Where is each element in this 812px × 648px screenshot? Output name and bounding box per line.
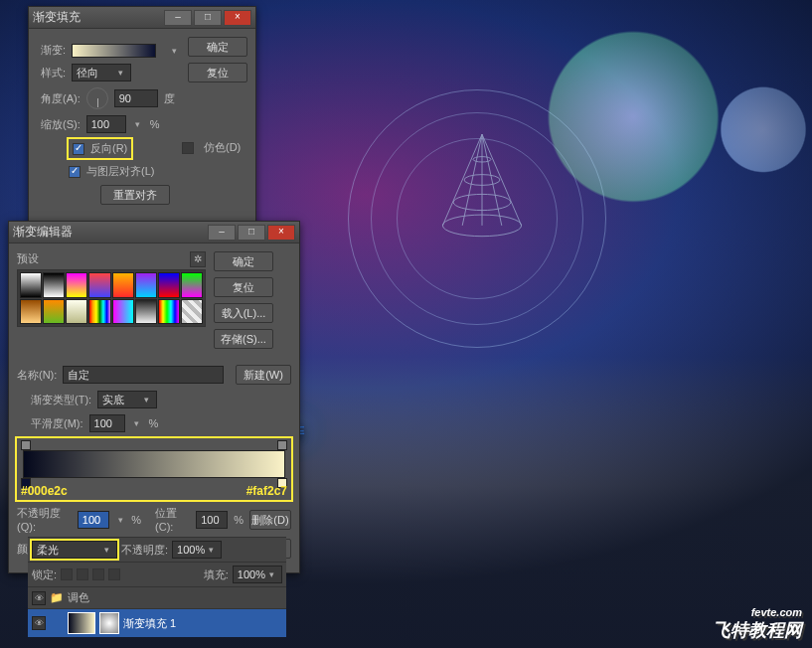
preset-swatch[interactable] — [135, 272, 157, 298]
preset-swatch[interactable] — [66, 272, 87, 298]
preset-swatch[interactable] — [88, 299, 110, 325]
layer-opacity-dropdown[interactable]: 100%▾ — [172, 541, 222, 559]
reset-align-button[interactable]: 重置对齐 — [100, 185, 170, 205]
stop-pos-pct: % — [234, 514, 244, 526]
maximize-button[interactable]: □ — [194, 10, 222, 26]
layer-row-group[interactable]: 👁 📁 调色 — [28, 586, 286, 608]
layer-name[interactable]: 调色 — [68, 590, 89, 605]
style-dropdown[interactable]: 径向▾ — [72, 64, 131, 81]
gradient-editor-titlebar[interactable]: 渐变编辑器 – □ × — [9, 222, 299, 243]
gradient-label: 渐变: — [41, 43, 66, 58]
gradient-editor-dialog: 渐变编辑器 – □ × 预设 ✲ 确定 复位 载入(L)... 存储(S)...… — [8, 221, 300, 573]
layer-name[interactable]: 渐变填充 1 — [123, 616, 176, 631]
preset-swatch[interactable] — [181, 299, 203, 325]
delete-opacity-stop-button[interactable]: 删除(D) — [249, 510, 291, 530]
watermark: fevte.com 飞特教程网 — [713, 606, 802, 642]
reverse-checkbox[interactable] — [73, 143, 84, 155]
smooth-pct: % — [149, 417, 159, 429]
presets-menu-icon[interactable]: ✲ — [190, 251, 206, 267]
dialog-title: 渐变填充 — [33, 9, 162, 26]
stop-opacity-step[interactable]: ▾ — [115, 515, 125, 525]
smooth-input[interactable] — [89, 414, 125, 432]
folder-icon: 📁 — [50, 591, 64, 604]
layer-row-selected[interactable]: 👁 渐变填充 1 — [28, 608, 286, 637]
wireframe-cone-graphic — [437, 129, 527, 248]
load-button[interactable]: 载入(L)... — [214, 303, 273, 323]
preset-swatch[interactable] — [20, 299, 42, 325]
lock-pixels-icon[interactable] — [77, 568, 88, 580]
blendmode-dropdown[interactable]: 柔光▾ — [32, 541, 117, 559]
dialog-title: 渐变编辑器 — [13, 224, 206, 241]
ok-button[interactable]: 确定 — [214, 251, 273, 271]
layer-thumb[interactable] — [68, 612, 95, 634]
preset-swatch[interactable] — [158, 299, 180, 325]
ok-button[interactable]: 确定 — [188, 37, 247, 57]
watermark-url: fevte.com — [713, 606, 802, 618]
minimize-button[interactable]: – — [164, 10, 192, 26]
gradient-bar[interactable] — [23, 450, 285, 478]
opacity-stop-right[interactable] — [277, 440, 287, 450]
left-hex-label: #000e2c — [21, 484, 68, 498]
scale-label: 缩放(S): — [41, 117, 81, 132]
smooth-label: 平滑度(M): — [31, 416, 83, 431]
angle-input[interactable] — [114, 89, 158, 107]
preset-grid — [17, 269, 206, 327]
visibility-toggle[interactable]: 👁 — [32, 616, 46, 630]
angle-dial[interactable] — [86, 87, 108, 109]
close-button[interactable]: × — [267, 225, 295, 241]
dither-label: 仿色(D) — [204, 140, 241, 155]
stop-opacity-input[interactable] — [78, 511, 109, 529]
gradient-dropdown-icon[interactable]: ▾ — [168, 46, 180, 56]
preset-swatch[interactable] — [112, 272, 134, 298]
lock-transparency-icon[interactable] — [61, 568, 73, 580]
close-button[interactable]: × — [224, 10, 251, 26]
stop-pos-input[interactable] — [196, 511, 228, 529]
opacity-stop-left[interactable] — [21, 440, 31, 450]
cancel-button[interactable]: 复位 — [214, 277, 273, 297]
layer-mask-thumb[interactable] — [99, 612, 119, 634]
stop-opacity-pct: % — [131, 514, 141, 526]
right-hex-label: #faf2c7 — [246, 484, 287, 498]
cancel-button[interactable]: 复位 — [188, 63, 247, 82]
name-label: 名称(N): — [17, 368, 57, 383]
stop-opacity-label: 不透明度(Q): — [17, 506, 72, 533]
gradient-fill-dialog: 渐变填充 – □ × 渐变: ▾ 样式: 径向▾ 角度(A): 度 缩放(S): — [28, 6, 256, 230]
visibility-toggle[interactable]: 👁 — [32, 591, 46, 605]
dither-checkbox[interactable] — [182, 142, 194, 154]
reverse-label: 反向(R) — [90, 141, 127, 156]
lock-label: 锁定: — [32, 567, 57, 582]
align-checkbox[interactable] — [69, 166, 81, 178]
preset-swatch[interactable] — [20, 272, 42, 298]
preset-swatch[interactable] — [88, 272, 110, 298]
scale-pct: % — [150, 118, 160, 130]
preset-swatch[interactable] — [181, 272, 203, 298]
new-button[interactable]: 新建(W) — [236, 365, 291, 385]
preset-swatch[interactable] — [112, 299, 134, 325]
preset-swatch[interactable] — [135, 299, 157, 325]
smooth-step-icon[interactable]: ▾ — [131, 418, 143, 428]
gradtype-dropdown[interactable]: 实底▾ — [97, 391, 157, 408]
preset-swatch[interactable] — [66, 299, 87, 325]
style-label: 样式: — [41, 66, 66, 81]
fill-dropdown[interactable]: 100%▾ — [233, 566, 282, 583]
presets-label: 预设 — [17, 251, 39, 267]
lock-all-icon[interactable] — [108, 568, 120, 580]
fill-label: 填充: — [204, 567, 229, 582]
scale-step-icon[interactable]: ▾ — [132, 119, 144, 129]
name-input[interactable] — [63, 366, 224, 384]
gradient-preview[interactable] — [72, 44, 156, 58]
preset-swatch[interactable] — [43, 299, 65, 325]
preset-swatch[interactable] — [43, 272, 65, 298]
stop-pos-label: 位置(C): — [155, 506, 190, 533]
maximize-button[interactable]: □ — [238, 225, 265, 241]
minimize-button[interactable]: – — [208, 225, 236, 241]
layer-opacity-label: 不透明度: — [121, 543, 168, 558]
save-button[interactable]: 存储(S)... — [214, 329, 273, 349]
watermark-site: 飞特教程网 — [713, 618, 802, 642]
preset-swatch[interactable] — [158, 272, 180, 298]
lock-position-icon[interactable] — [92, 568, 104, 580]
align-label: 与图层对齐(L) — [86, 164, 154, 179]
scale-input[interactable] — [86, 115, 126, 133]
angle-unit: 度 — [164, 91, 175, 106]
gradient-fill-titlebar[interactable]: 渐变填充 – □ × — [29, 7, 255, 29]
